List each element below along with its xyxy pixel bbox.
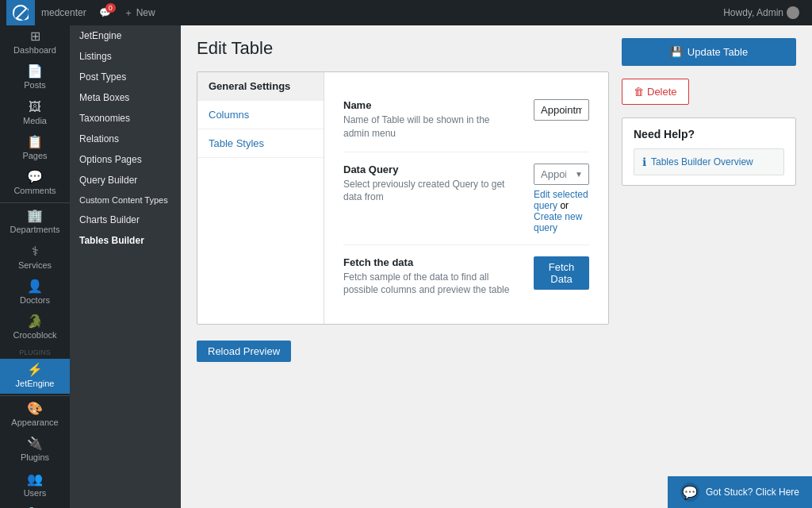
submenu-item-post-types[interactable]: Post Types xyxy=(70,67,181,87)
services-icon: ⚕ xyxy=(32,245,39,258)
tab-table-styles[interactable]: Table Styles xyxy=(197,129,324,158)
jetengine-icon: ⚡ xyxy=(27,364,43,376)
sidebar-label-posts: Posts xyxy=(24,79,46,90)
action-row: 💾 Update Table 🗑 Delete xyxy=(622,38,796,105)
adminbar-comments[interactable]: 💬 0 xyxy=(93,0,117,25)
sidebar-item-plugins[interactable]: 🔌 Plugins xyxy=(0,433,70,468)
delete-button[interactable]: 🗑 Delete xyxy=(622,79,689,105)
help-link[interactable]: ℹ Tables Builder Overview xyxy=(634,148,784,175)
installed-label: PLUGINS xyxy=(0,346,70,359)
howdy-text: Howdy, Admin xyxy=(723,7,783,18)
adminbar-new[interactable]: ＋ New xyxy=(117,0,162,25)
fetch-label-col: Fetch the data Fetch sample of the data … xyxy=(343,256,518,298)
sidebar-label-departments: Departments xyxy=(10,224,60,235)
bottom-bar[interactable]: 💬 Got Stuck? Click Here xyxy=(668,476,812,508)
query-select[interactable]: Appointment Booking xyxy=(534,164,589,185)
bottom-bar-label: Got Stuck? Click Here xyxy=(706,487,799,498)
adminbar-user[interactable]: Howdy, Admin xyxy=(717,6,806,19)
fetch-desc: Fetch sample of the data to find all pos… xyxy=(343,271,518,298)
or-text: or xyxy=(560,200,569,211)
trash-icon: 🗑 xyxy=(634,86,644,98)
submenu-item-taxonomies[interactable]: Taxonomies xyxy=(70,108,181,129)
notif-count: 0 xyxy=(105,3,116,13)
sidebar-label-comments: Comments xyxy=(13,185,56,196)
help-box: Need Help? ℹ Tables Builder Overview xyxy=(622,117,796,186)
submenu-item-query-builder[interactable]: Query Builder xyxy=(70,170,181,190)
sidebar-item-posts[interactable]: 📄 Posts xyxy=(0,60,70,95)
help-title: Need Help? xyxy=(634,128,784,140)
submenu-item-tables-builder[interactable]: Tables Builder xyxy=(70,230,181,251)
dashboard-icon: ⊞ xyxy=(30,30,40,43)
wp-logo[interactable] xyxy=(6,0,35,25)
update-table-button[interactable]: 💾 Update Table xyxy=(622,38,796,66)
form-row-data-query: Data Query Select previously created Que… xyxy=(343,152,589,245)
sidebar-label-dashboard: Dashboard xyxy=(13,44,56,56)
fetch-data-button[interactable]: Fetch Data xyxy=(534,256,589,290)
submenu-item-charts-builder[interactable]: Charts Builder xyxy=(70,210,181,230)
sidebar-label-pages: Pages xyxy=(22,150,47,161)
delete-button-label: Delete xyxy=(647,86,677,98)
pages-icon: 📋 xyxy=(27,136,43,148)
sidebar-label-crocoblock: Crocoblock xyxy=(13,329,56,341)
content-area: Edit Table General Settings Columns Tabl… xyxy=(181,25,812,508)
sidebar-item-crocoblock[interactable]: 🐊 Crocoblock xyxy=(0,310,70,345)
sidebar-label-plugins: Plugins xyxy=(21,452,49,463)
form-content: Name Name of Table will be shown in the … xyxy=(324,72,608,324)
name-input[interactable] xyxy=(534,99,589,121)
posts-icon: 📄 xyxy=(27,65,43,78)
sidebar-label-services: Services xyxy=(18,260,52,271)
avatar xyxy=(787,6,799,19)
submenu-item-listings[interactable]: Listings xyxy=(70,46,181,67)
sidebar-item-appearance[interactable]: 🎨 Appearance xyxy=(0,398,70,433)
help-circle-icon: ℹ xyxy=(642,156,646,168)
data-query-label-col: Data Query Select previously created Que… xyxy=(343,164,518,205)
name-desc: Name of Table will be shown in the admin… xyxy=(343,114,518,140)
sidebar-item-jetengine[interactable]: ⚡ JetEngine xyxy=(0,359,70,394)
query-select-wrapper: Appointment Booking ▼ xyxy=(534,164,589,185)
doctors-icon: 👤 xyxy=(27,280,43,293)
tab-general-settings[interactable]: General Settings xyxy=(197,72,324,101)
sidebar-item-services[interactable]: ⚕ Services xyxy=(0,241,70,275)
comments-icon: 💬 xyxy=(27,171,43,183)
sidebar-label-appearance: Appearance xyxy=(11,417,58,428)
sidebar-item-users[interactable]: 👥 Users xyxy=(0,468,70,503)
main-panel: Edit Table General Settings Columns Tabl… xyxy=(197,38,609,495)
submenu-item-jetengine[interactable]: JetEngine xyxy=(70,25,181,46)
sidebar-item-media[interactable]: 🖼 Media xyxy=(0,96,70,131)
sidebar-item-dashboard[interactable]: ⊞ Dashboard xyxy=(0,25,70,60)
plus-icon: ＋ xyxy=(124,6,133,20)
name-input-col xyxy=(534,99,589,121)
sidebar-item-comments[interactable]: 💬 Comments xyxy=(0,166,70,201)
bottom-bar-icon: 💬 xyxy=(680,483,699,502)
submenu-item-relations[interactable]: Relations xyxy=(70,129,181,149)
sidebar-label-doctors: Doctors xyxy=(20,294,50,306)
tab-columns[interactable]: Columns xyxy=(197,101,324,129)
sidebar-label-media: Media xyxy=(23,115,47,126)
sidebar-item-pages[interactable]: 📋 Pages xyxy=(0,131,70,166)
submenu-item-meta-boxes[interactable]: Meta Boxes xyxy=(70,87,181,108)
jetengine-submenu: JetEngine Listings Post Types Meta Boxes… xyxy=(70,25,181,508)
sidebar-item-doctors[interactable]: 👤 Doctors xyxy=(0,275,70,310)
submenu-item-custom-content-types[interactable]: Custom Content Types xyxy=(70,190,181,210)
page-title: Edit Table xyxy=(197,38,609,59)
media-icon: 🖼 xyxy=(29,101,41,114)
sidebar-item-tools[interactable]: 🔧 Tools xyxy=(0,503,70,508)
reload-preview-button[interactable]: Reload Preview xyxy=(197,341,291,362)
data-query-input-col: Appointment Booking ▼ Edit selected quer… xyxy=(534,164,589,233)
sidebar-item-departments[interactable]: 🏢 Departments xyxy=(0,205,70,240)
submenu-item-options-pages[interactable]: Options Pages xyxy=(70,149,181,170)
name-label-col: Name Name of Table will be shown in the … xyxy=(343,99,518,140)
create-query-link[interactable]: Create new query xyxy=(534,211,582,233)
adminbar-new-label: New xyxy=(136,7,155,18)
main-layout: ⊞ Dashboard 📄 Posts 🖼 Media 📋 Pages 💬 Co… xyxy=(0,25,812,508)
tabs-nav: General Settings Columns Table Styles xyxy=(197,72,324,324)
sidebar-label-users: Users xyxy=(24,487,47,498)
appearance-icon: 🎨 xyxy=(27,402,43,415)
right-panel: 💾 Update Table 🗑 Delete Need Help? ℹ Tab… xyxy=(622,38,796,495)
save-icon: 💾 xyxy=(670,46,683,58)
adminbar-site[interactable]: medcenter xyxy=(35,0,93,25)
crocoblock-icon: 🐊 xyxy=(27,315,43,328)
help-link-label: Tables Builder Overview xyxy=(651,156,753,167)
adminbar-site-name: medcenter xyxy=(41,7,86,18)
fetch-label: Fetch the data xyxy=(343,256,518,268)
